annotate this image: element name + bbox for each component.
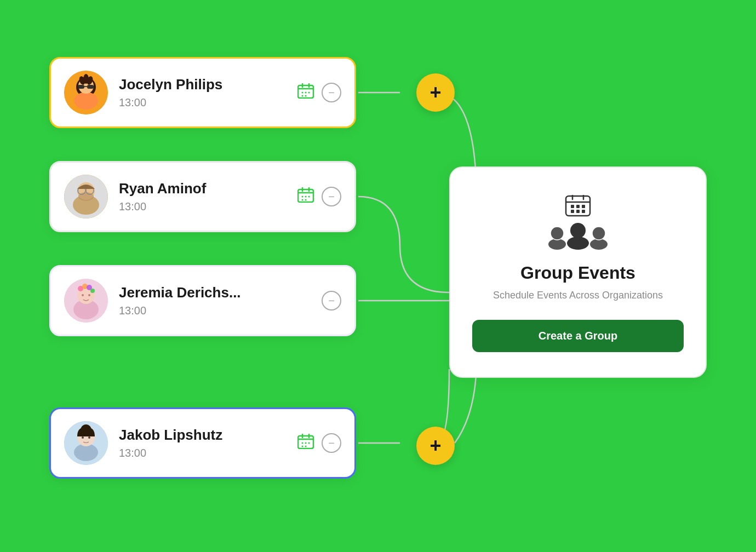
svg-point-56: [305, 442, 307, 444]
svg-point-32: [305, 196, 307, 197]
person-name-jakob: Jakob Lipshutz: [119, 427, 287, 444]
avatar-jeremia: [64, 279, 108, 323]
person-card-jocelyn: Jocelyn Philips 13:00 −: [49, 57, 356, 128]
svg-point-57: [308, 442, 310, 444]
group-events-panel: Group Events Schedule Events Across Orga…: [449, 166, 707, 378]
svg-line-26: [78, 189, 78, 191]
person-info-ryan: Ryan Aminof 13:00: [119, 180, 287, 213]
svg-point-17: [302, 95, 303, 96]
group-events-icon: [545, 195, 611, 250]
svg-point-55: [302, 442, 303, 444]
person-card-jakob: Jakob Lipshutz 13:00 −: [49, 407, 356, 479]
svg-point-2: [74, 92, 98, 110]
svg-point-42: [90, 289, 95, 293]
person-time-jeremia: 13:00: [119, 304, 311, 317]
person-time-ryan: 13:00: [119, 200, 287, 213]
svg-point-16: [308, 91, 310, 93]
svg-rect-65: [576, 205, 580, 208]
calendar-icon-jakob[interactable]: [297, 434, 314, 453]
svg-rect-69: [582, 210, 585, 213]
person-time-jocelyn: 13:00: [119, 96, 287, 109]
calendar-icon-jocelyn[interactable]: [297, 83, 314, 102]
group-events-icon-wrapper: [545, 195, 611, 252]
minus-icon-jocelyn[interactable]: −: [322, 83, 341, 102]
svg-point-33: [308, 196, 310, 197]
svg-point-59: [305, 445, 307, 447]
plus-button-top[interactable]: +: [416, 73, 455, 112]
main-container: Jocelyn Philips 13:00 −: [49, 41, 707, 511]
group-events-title: Group Events: [520, 263, 635, 283]
minus-icon-jakob[interactable]: −: [322, 433, 341, 453]
svg-point-43: [82, 294, 84, 296]
svg-point-15: [305, 91, 307, 93]
create-group-button[interactable]: Create a Group: [472, 320, 684, 352]
svg-point-50: [88, 436, 90, 439]
svg-rect-66: [582, 205, 585, 208]
person-card-jeremia: Jeremia Derichs... 13:00 −: [49, 265, 356, 336]
svg-rect-64: [571, 205, 574, 208]
avatar-ryan: [64, 175, 108, 219]
minus-icon-jeremia[interactable]: −: [322, 291, 341, 311]
svg-point-75: [590, 239, 608, 250]
svg-rect-4: [78, 85, 84, 89]
person-name-jeremia: Jeremia Derichs...: [119, 284, 311, 301]
person-name-jocelyn: Jocelyn Philips: [119, 76, 287, 93]
person-time-jakob: 13:00: [119, 447, 287, 459]
avatar-jocelyn: [64, 71, 108, 114]
svg-point-14: [302, 91, 303, 93]
avatar-jakob: [64, 421, 108, 465]
svg-point-71: [548, 239, 566, 250]
svg-point-58: [302, 445, 303, 447]
svg-point-31: [302, 196, 303, 197]
calendar-icon-ryan[interactable]: [297, 187, 314, 206]
svg-point-73: [567, 237, 589, 250]
svg-point-72: [570, 223, 586, 238]
svg-rect-68: [576, 210, 580, 213]
card-icons-jocelyn: −: [297, 83, 341, 102]
card-icons-jeremia: −: [322, 291, 341, 311]
svg-point-22: [78, 192, 94, 201]
plus-button-bottom[interactable]: +: [416, 427, 455, 465]
svg-point-48: [81, 424, 91, 435]
card-icons-ryan: −: [297, 187, 341, 206]
svg-point-49: [82, 436, 84, 439]
group-events-subtitle: Schedule Events Across Organizations: [493, 290, 663, 301]
svg-point-35: [305, 199, 307, 200]
minus-icon-ryan[interactable]: −: [322, 187, 341, 206]
person-name-ryan: Ryan Aminof: [119, 180, 287, 197]
person-card-ryan: Ryan Aminof 13:00 −: [49, 161, 356, 232]
svg-point-34: [302, 199, 303, 200]
svg-point-18: [305, 95, 307, 96]
person-info-jeremia: Jeremia Derichs... 13:00: [119, 284, 311, 317]
svg-rect-67: [571, 210, 574, 213]
person-info-jocelyn: Jocelyn Philips 13:00: [119, 76, 287, 109]
svg-point-44: [88, 294, 90, 296]
person-info-jakob: Jakob Lipshutz 13:00: [119, 427, 287, 459]
card-icons-jakob: −: [297, 433, 341, 453]
svg-rect-5: [87, 85, 94, 89]
